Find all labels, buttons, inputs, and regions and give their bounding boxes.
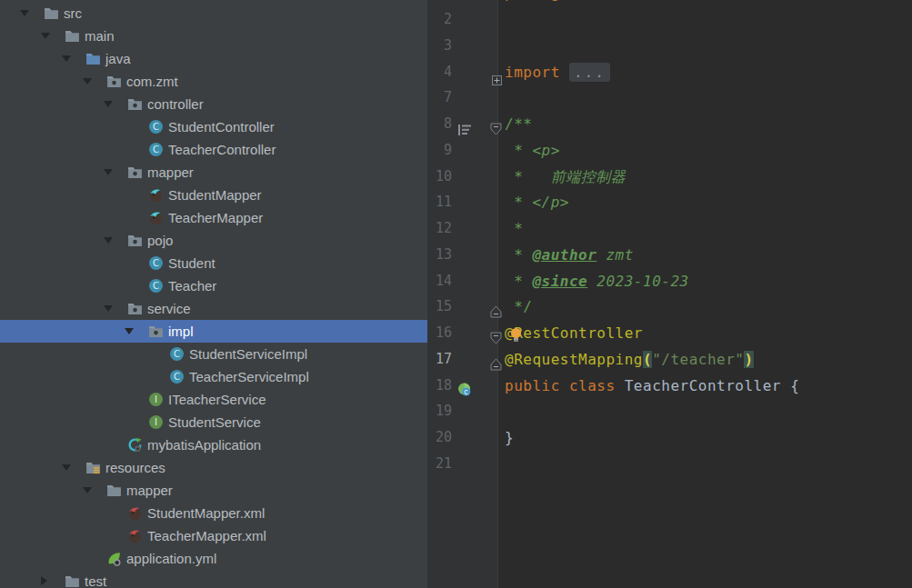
tree-item-application-yml[interactable]: application.yml <box>0 547 427 570</box>
code-line-4[interactable]: 4 import ... <box>427 59 912 85</box>
tree-item-label: ITeacherService <box>168 388 266 411</box>
tree-item-label: Student <box>168 252 215 274</box>
tree-item-label: impl <box>168 320 194 343</box>
tree-item-main[interactable]: main <box>0 25 427 47</box>
code-line-15[interactable]: 15 */ <box>427 294 912 320</box>
line-number: 12 <box>427 215 452 242</box>
tree-item-java[interactable]: java <box>0 47 427 70</box>
code-line-10[interactable]: 10 * 前端控制器 <box>427 164 912 190</box>
tree-item-label: StudentServiceImpl <box>189 343 307 365</box>
tree-item-label: test <box>85 570 106 588</box>
code-line-11[interactable]: 11 * </p> <box>427 189 912 215</box>
code-line-21[interactable]: 21 <box>427 451 912 477</box>
tree-item-iteacherservice[interactable]: I ITeacherService <box>0 388 427 411</box>
class-icon: C <box>169 369 185 384</box>
code-line-18[interactable]: 18 public class TeacherController { c <box>427 373 912 399</box>
expand-arrow-icon[interactable] <box>125 328 134 334</box>
line-number: 14 <box>427 268 452 294</box>
code-line-12[interactable]: 12 * <box>427 215 912 242</box>
expand-arrow-icon[interactable] <box>41 33 50 39</box>
line-number: 9 <box>427 137 452 164</box>
tree-item-teacherserviceimpl[interactable]: C TeacherServiceImpl <box>0 365 427 388</box>
tree-item-teacher[interactable]: C Teacher <box>0 274 427 297</box>
code-text: * 前端控制器 <box>505 164 626 190</box>
tree-item-label: TeacherController <box>168 138 276 161</box>
tree-item-controller[interactable]: controller <box>0 93 427 115</box>
tree-item-impl[interactable]: impl <box>0 320 427 343</box>
line-number: 11 <box>427 189 452 215</box>
code-line-7[interactable]: 7 <box>427 85 912 111</box>
expand-arrow-icon[interactable] <box>83 487 92 493</box>
tree-item-mapper[interactable]: mapper <box>0 479 427 502</box>
folder-icon <box>65 573 80 588</box>
line-number: 8 <box>427 111 452 137</box>
tree-item-resources[interactable]: resources <box>0 456 427 479</box>
tree-item-label: StudentMapper <box>168 184 262 206</box>
tree-item-teachermapper-xml[interactable]: TeacherMapper.xml <box>0 524 427 547</box>
code-line-8[interactable]: 8 /** <box>427 111 912 137</box>
mybatis-mapper-icon <box>148 187 164 203</box>
tree-item-student[interactable]: C Student <box>0 252 427 274</box>
code-line-16[interactable]: 16 @RestController <box>427 320 912 346</box>
tree-item-test[interactable]: test <box>0 570 427 588</box>
tree-item-teachermapper[interactable]: TeacherMapper <box>0 206 427 229</box>
svg-text:C: C <box>153 122 159 132</box>
tree-item-mapper[interactable]: mapper <box>0 161 427 184</box>
code-line-14[interactable]: 14 * @since 2023-10-23 <box>427 268 912 294</box>
expand-arrow-icon[interactable] <box>62 55 71 62</box>
line-number: 3 <box>427 33 452 59</box>
tree-item-studentservice[interactable]: I StudentService <box>0 411 427 434</box>
tree-item-label: application.yml <box>126 547 216 570</box>
expand-arrow-icon[interactable] <box>41 576 47 585</box>
code-text: * </p> <box>505 189 569 215</box>
line-number: 19 <box>427 398 452 424</box>
expand-arrow-icon[interactable] <box>83 78 92 85</box>
package-icon <box>106 74 122 89</box>
expand-arrow-icon[interactable] <box>104 169 113 175</box>
code-text: * <p> <box>505 137 560 164</box>
package-icon <box>127 164 143 180</box>
code-line-20[interactable]: 20 } <box>427 424 912 451</box>
svg-text:C: C <box>174 372 180 382</box>
expand-arrow-icon[interactable] <box>104 101 113 107</box>
tree-item-teachercontroller[interactable]: C TeacherController <box>0 138 427 161</box>
tree-item-label: Teacher <box>168 274 216 297</box>
code-line-17[interactable]: 17 @RequestMapping("/teacher") <box>427 346 912 373</box>
code-line-9[interactable]: 9 * <p> <box>427 137 912 164</box>
source-folder-icon <box>85 51 101 66</box>
tree-item-service[interactable]: service <box>0 297 427 320</box>
expand-arrow-icon[interactable] <box>20 10 29 16</box>
svg-text:c: c <box>464 387 468 395</box>
spring-boot-app-icon <box>127 437 143 453</box>
class-icon: C <box>148 119 164 135</box>
expand-arrow-icon[interactable] <box>62 464 71 471</box>
line-number: 20 <box>427 424 452 451</box>
code-line-2[interactable]: 2 <box>427 6 912 33</box>
expand-arrow-icon[interactable] <box>104 237 113 244</box>
editor-panel[interactable]: 1 package com.zmt.controller; 2 3 4 impo… <box>427 0 912 588</box>
tree-item-src[interactable]: src <box>0 2 427 25</box>
project-tree-panel[interactable]: src main java com.zmt controller C Stude… <box>0 0 427 588</box>
resources-folder-icon <box>85 460 101 475</box>
tree-item-studentmapper-xml[interactable]: StudentMapper.xml <box>0 502 427 524</box>
class-icon: C <box>148 255 164 271</box>
mybatis-xml-icon <box>127 505 143 521</box>
code-text: } <box>505 424 514 451</box>
tree-item-label: mybatisApplication <box>147 434 261 456</box>
expand-arrow-icon[interactable] <box>104 305 113 312</box>
tree-item-mybatisapplication[interactable]: mybatisApplication <box>0 434 427 456</box>
class-icon: C <box>148 142 164 157</box>
code-line-19[interactable]: 19 <box>427 398 912 424</box>
code-text: * @author zmt <box>505 242 634 268</box>
tree-item-studentmapper[interactable]: StudentMapper <box>0 184 427 206</box>
code-line-3[interactable]: 3 <box>427 33 912 59</box>
tree-item-com-zmt[interactable]: com.zmt <box>0 70 427 93</box>
tree-item-studentserviceimpl[interactable]: C StudentServiceImpl <box>0 343 427 365</box>
line-number: 7 <box>427 85 452 111</box>
code-line-13[interactable]: 13 * @author zmt <box>427 242 912 268</box>
line-number: 10 <box>427 164 452 190</box>
mybatis-xml-icon <box>127 528 143 543</box>
tree-item-studentcontroller[interactable]: C StudentController <box>0 115 427 138</box>
tree-item-label: mapper <box>147 161 194 184</box>
tree-item-pojo[interactable]: pojo <box>0 229 427 252</box>
